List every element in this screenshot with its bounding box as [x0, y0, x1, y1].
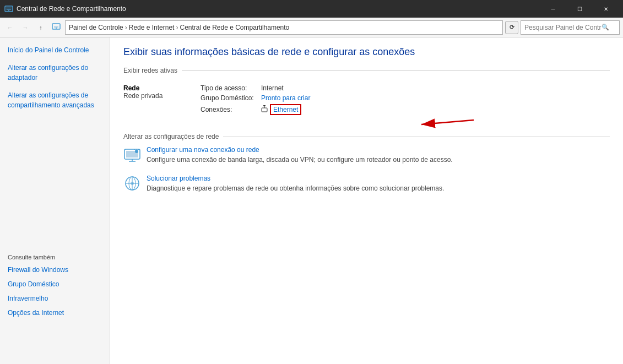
settings-item-1-text: Configurar uma nova conexão ou rede Conf…	[147, 146, 610, 165]
settings-item-2-desc: Diagnostique e repare problemas de rede …	[147, 184, 444, 192]
sidebar-link-adapter[interactable]: Alterar as configurações do adaptador	[0, 61, 110, 85]
network-name-col: Rede Rede privada	[123, 84, 189, 117]
minimize-button[interactable]: ─	[540, 0, 566, 18]
settings-item-2-text: Solucionar problemas Diagnostique e repa…	[147, 175, 610, 193]
network-box: Rede Rede privada Tipo de acesso: Intern…	[123, 80, 610, 122]
title-bar: Central de Rede e Compartilhamento ─ ☐ ✕	[0, 0, 623, 18]
active-networks-section: Exibir redes ativas	[123, 67, 610, 74]
change-settings-label: Alterar as configurações de rede	[123, 133, 219, 140]
section-divider-2	[223, 137, 610, 137]
settings-items: Configurar uma nova conexão ou rede Conf…	[123, 146, 610, 193]
close-button[interactable]: ✕	[593, 0, 619, 18]
settings-item-1: Configurar uma nova conexão ou rede Conf…	[123, 146, 610, 165]
active-networks-label: Exibir redes ativas	[123, 67, 177, 74]
back-button[interactable]: ←	[3, 21, 17, 34]
network-details: Tipo de acesso: Internet Grupo Doméstico…	[189, 84, 610, 117]
content-area: Exibir suas informações básicas de rede …	[110, 37, 623, 364]
settings-item-1-icon	[123, 146, 141, 164]
forward-button[interactable]: →	[19, 21, 32, 34]
settings-item-2-icon	[123, 175, 141, 192]
svg-rect-7	[262, 108, 267, 112]
svg-point-24	[131, 182, 134, 185]
settings-item-2: Solucionar problemas Diagnostique e repa…	[123, 175, 610, 193]
up-button[interactable]: ↑	[34, 21, 47, 34]
home-group-link[interactable]: Pronto para criar	[261, 94, 310, 102]
home-group-label: Grupo Doméstico:	[201, 94, 261, 102]
sidebar: Início do Painel de Controle Alterar as …	[0, 37, 110, 364]
sidebar-link-infrared[interactable]: Infravermelho	[0, 291, 110, 306]
sidebar-link-internet[interactable]: Opções da Internet	[0, 306, 110, 320]
svg-point-6	[56, 28, 57, 29]
svg-point-3	[8, 10, 9, 11]
breadcrumb-sep-2: ›	[176, 24, 178, 31]
see-also-title: Consulte também	[0, 245, 110, 263]
breadcrumb-part-3: Central de Rede e Compartilhamento	[180, 24, 289, 31]
search-icon: 🔍	[602, 24, 609, 31]
search-box[interactable]: 🔍	[521, 20, 620, 35]
maximize-button[interactable]: ☐	[567, 0, 592, 18]
network-name: Rede	[123, 84, 189, 92]
refresh-button[interactable]: ⟳	[505, 21, 518, 34]
settings-item-1-desc: Configure uma conexão de banda larga, di…	[147, 156, 453, 164]
access-type-label: Tipo de acesso:	[201, 84, 261, 92]
svg-rect-9	[263, 105, 266, 106]
breadcrumb: Painel de Controle › Rede e Internet › C…	[65, 20, 503, 35]
ethernet-link[interactable]: Ethernet	[270, 104, 301, 115]
sidebar-link-home[interactable]: Início do Painel de Controle	[0, 43, 110, 57]
settings-item-1-link[interactable]: Configurar uma nova conexão ou rede	[147, 146, 610, 154]
network-type: Rede privada	[123, 92, 189, 100]
breadcrumb-icon	[52, 22, 61, 32]
section-divider-1	[182, 70, 610, 71]
title-bar-title: Central de Rede e Compartilhamento	[17, 5, 540, 13]
page-title: Exibir suas informações básicas de rede …	[123, 46, 610, 58]
settings-item-2-link[interactable]: Solucionar problemas	[147, 175, 610, 182]
connection-icon	[261, 105, 268, 114]
title-bar-icon	[4, 4, 13, 13]
search-input[interactable]	[524, 24, 602, 31]
breadcrumb-part-1[interactable]: Painel de Controle	[69, 24, 123, 31]
sidebar-link-homegroup[interactable]: Grupo Doméstico	[0, 277, 110, 291]
access-type-value: Internet	[261, 84, 284, 92]
address-bar: ← → ↑ Painel de Controle › Rede e Intern…	[0, 18, 623, 37]
connections-label: Conexões:	[201, 106, 261, 113]
breadcrumb-part-2[interactable]: Rede e Internet	[129, 24, 175, 31]
change-settings-section: Alterar as configurações de rede	[123, 133, 610, 140]
sidebar-link-advanced[interactable]: Alterar as configurações de compartilham…	[0, 88, 110, 112]
sidebar-link-firewall[interactable]: Firewall do Windows	[0, 263, 110, 277]
breadcrumb-sep-1: ›	[125, 24, 127, 31]
